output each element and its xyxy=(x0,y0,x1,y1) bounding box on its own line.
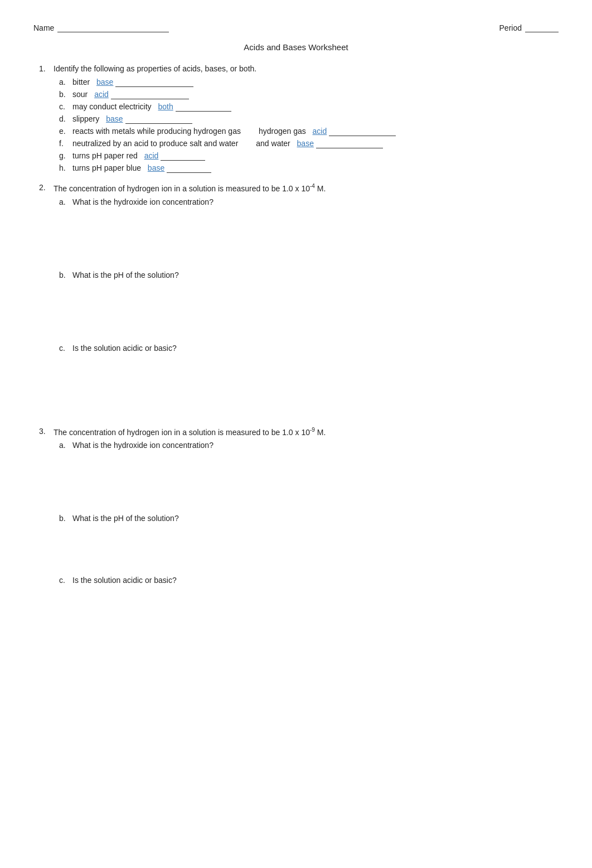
q1-c-label: c. xyxy=(59,102,70,111)
q1-f-line xyxy=(316,139,383,148)
q1-d: d. slippery base xyxy=(59,114,559,124)
q1-e: e. reacts with metals while producing hy… xyxy=(59,127,559,136)
q1-e-label: e. xyxy=(59,127,70,136)
q3-c-text: Is the solution acidic or basic? xyxy=(72,576,177,585)
q2-c-label: c. xyxy=(59,344,70,353)
q2-text: The concentration of hydrogen ion in a s… xyxy=(54,183,326,193)
q1-g-line xyxy=(161,151,205,161)
q1-a-text: bitter xyxy=(72,78,90,86)
q1-e-text: reacts with metals while producing hydro… xyxy=(72,127,241,136)
q2-b-label: b. xyxy=(59,271,70,279)
q1-d-label: d. xyxy=(59,114,70,123)
name-label: Name xyxy=(33,23,54,32)
q1-h-text: turns pH paper blue xyxy=(72,163,141,172)
q1-d-line xyxy=(125,114,192,124)
q1-e-line xyxy=(329,127,396,136)
q2-c-space xyxy=(59,355,559,417)
q2-c-text: Is the solution acidic or basic? xyxy=(72,344,177,353)
period-underline xyxy=(525,22,559,32)
q3-a: a. What is the hydroxide ion concentrati… xyxy=(59,441,559,450)
q3-exp: -9 xyxy=(310,427,315,433)
q3-a-text: What is the hydroxide ion concentration? xyxy=(72,441,213,450)
q1-g-text: turns pH paper red xyxy=(72,151,138,160)
q3-a-label: a. xyxy=(59,441,70,450)
q1-a-line xyxy=(115,78,193,87)
q1-c: c. may conduct electricity both xyxy=(59,102,559,112)
q1-f-label: f. xyxy=(59,139,70,148)
page-title: Acids and Bases Worksheet xyxy=(33,42,559,52)
q1-f-text: neutralized by an acid to produce salt a… xyxy=(72,139,238,148)
period-label: Period xyxy=(499,23,522,32)
q2-b-space xyxy=(59,282,559,344)
q3-b-label: b. xyxy=(59,514,70,523)
q1-d-text: slippery xyxy=(72,114,99,123)
q2-a-space xyxy=(59,209,559,271)
q1-h: h. turns pH paper blue base xyxy=(59,163,559,173)
q3-text: The concentration of hydrogen ion in a s… xyxy=(54,427,326,437)
q3-c: c. Is the solution acidic or basic? xyxy=(59,576,559,585)
q2-num: 2. xyxy=(39,183,49,193)
q1-num: 1. xyxy=(39,64,49,73)
q1-b-line xyxy=(111,90,189,99)
q3-b-text: What is the pH of the solution? xyxy=(72,514,179,523)
q2-b-text: What is the pH of the solution? xyxy=(72,271,179,279)
q1-f: f. neutralized by an acid to produce sal… xyxy=(59,139,559,148)
q1-e-answer: acid xyxy=(313,127,327,136)
q3-c-label: c. xyxy=(59,576,70,585)
q1-h-label: h. xyxy=(59,163,70,172)
q1-h-answer: base xyxy=(148,163,164,172)
q3-b-space xyxy=(59,525,559,576)
q1-d-answer: base xyxy=(106,114,123,123)
q1-b-answer: acid xyxy=(94,90,109,99)
q3-b: b. What is the pH of the solution? xyxy=(59,514,559,523)
q2-c: c. Is the solution acidic or basic? xyxy=(59,344,559,353)
q3-num: 3. xyxy=(39,427,49,437)
q1-b-text: sour xyxy=(72,90,88,99)
q2-a-label: a. xyxy=(59,197,70,206)
question-3: 3. The concentration of hydrogen ion in … xyxy=(39,427,559,585)
q1-b-label: b. xyxy=(59,90,70,99)
q1-c-line xyxy=(176,102,231,112)
question-1: 1. Identify the following as properties … xyxy=(39,64,559,173)
q2-a-text: What is the hydroxide ion concentration? xyxy=(72,197,213,206)
q1-f-answer: base xyxy=(297,139,314,148)
question-2: 2. The concentration of hydrogen ion in … xyxy=(39,183,559,417)
q1-b: b. sour acid xyxy=(59,90,559,99)
q1-a-label: a. xyxy=(59,78,70,86)
q2-b: b. What is the pH of the solution? xyxy=(59,271,559,279)
q1-a: a. bitter base xyxy=(59,78,559,87)
q1-a-answer: base xyxy=(96,78,113,86)
q1-c-text: may conduct electricity xyxy=(72,102,152,111)
q1-text: Identify the following as properties of … xyxy=(54,64,256,73)
name-underline xyxy=(57,22,169,32)
q3-a-space xyxy=(59,452,559,514)
q1-c-answer: both xyxy=(158,102,173,111)
q2-a: a. What is the hydroxide ion concentrati… xyxy=(59,197,559,206)
q1-h-line xyxy=(167,163,211,173)
q1-g-answer: acid xyxy=(144,151,159,160)
q1-g-label: g. xyxy=(59,151,70,160)
q1-g: g. turns pH paper red acid xyxy=(59,151,559,161)
q2-exp: -4 xyxy=(310,183,315,189)
